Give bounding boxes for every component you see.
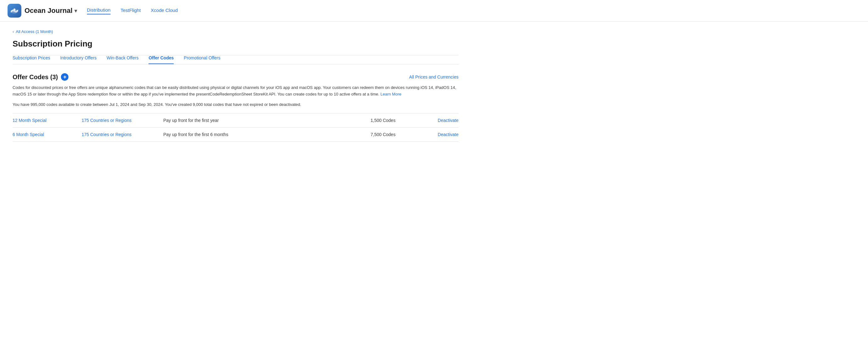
- deactivate-button-1[interactable]: Deactivate: [421, 132, 459, 137]
- learn-more-link[interactable]: Learn More: [381, 92, 401, 96]
- offer-codes-1: 7,500 Codes: [371, 132, 421, 137]
- deactivate-button-0[interactable]: Deactivate: [421, 118, 459, 123]
- app-name-chevron: ▾: [74, 8, 77, 14]
- tab-win-back-offers[interactable]: Win-Back Offers: [107, 55, 139, 64]
- offer-name-1[interactable]: 6 Month Special: [12, 132, 82, 137]
- availability-text: You have 995,000 codes available to crea…: [12, 102, 459, 107]
- nav-xcode-cloud[interactable]: Xcode Cloud: [151, 7, 178, 14]
- breadcrumb-label: All Access (1 Month): [16, 29, 53, 34]
- add-offer-button[interactable]: +: [61, 73, 68, 81]
- tab-offer-codes[interactable]: Offer Codes: [149, 55, 174, 64]
- offer-rows-container: 12 Month Special 175 Countries or Region…: [12, 114, 459, 142]
- all-prices-link[interactable]: All Prices and Currencies: [409, 74, 459, 80]
- tab-introductory-offers[interactable]: Introductory Offers: [60, 55, 97, 64]
- app-icon: [7, 4, 21, 18]
- table-row: 12 Month Special 175 Countries or Region…: [12, 114, 459, 128]
- section-title-text: Offer Codes (3): [12, 73, 58, 81]
- svg-point-1: [13, 8, 16, 10]
- breadcrumb[interactable]: ‹ All Access (1 Month): [12, 29, 459, 34]
- app-header: Ocean Journal ▾ Distribution TestFlight …: [0, 0, 868, 22]
- nav-distribution[interactable]: Distribution: [87, 7, 111, 14]
- offer-codes-description: Codes for discounted prices or free offe…: [12, 85, 459, 98]
- offer-desc-1: Pay up front for the first 6 months: [163, 132, 371, 137]
- offer-desc-0: Pay up front for the first year: [163, 118, 371, 123]
- offer-regions-1[interactable]: 175 Countries or Regions: [82, 132, 163, 137]
- table-row: 6 Month Special 175 Countries or Regions…: [12, 128, 459, 142]
- page-title: Subscription Pricing: [12, 39, 459, 49]
- offer-name-0[interactable]: 12 Month Special: [12, 118, 82, 123]
- offer-regions-0[interactable]: 175 Countries or Regions: [82, 118, 163, 123]
- app-name-title[interactable]: Ocean Journal ▾: [25, 7, 77, 15]
- section-title-group: Offer Codes (3) +: [12, 73, 68, 81]
- tab-subscription-prices[interactable]: Subscription Prices: [12, 55, 50, 64]
- main-content: ‹ All Access (1 Month) Subscription Pric…: [0, 22, 471, 149]
- offer-codes-0: 1,500 Codes: [371, 118, 421, 123]
- nav-testflight[interactable]: TestFlight: [121, 7, 141, 14]
- top-navigation: Distribution TestFlight Xcode Cloud: [87, 7, 178, 14]
- tab-promotional-offers[interactable]: Promotional Offers: [184, 55, 220, 64]
- sub-tab-nav: Subscription Prices Introductory Offers …: [12, 55, 459, 64]
- breadcrumb-chevron: ‹: [12, 29, 14, 34]
- section-header: Offer Codes (3) + All Prices and Currenc…: [12, 73, 459, 81]
